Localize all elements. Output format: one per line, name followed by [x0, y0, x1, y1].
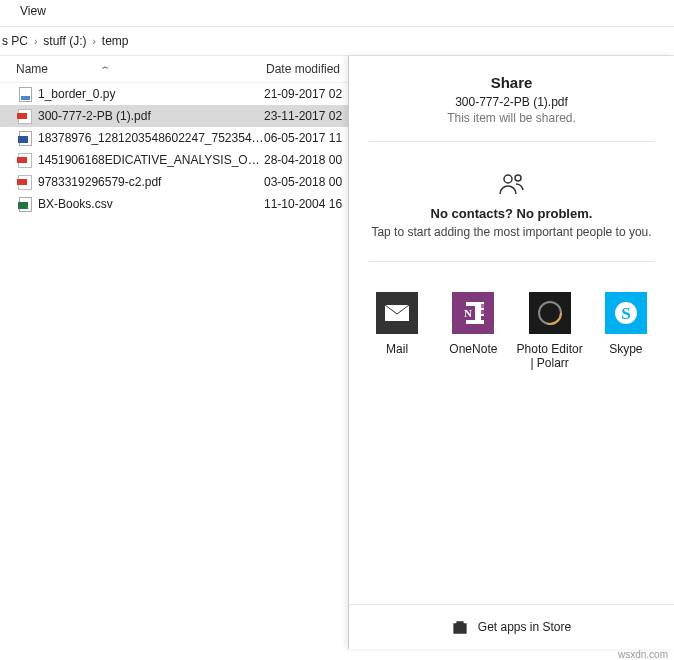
get-apps-store[interactable]: Get apps in Store: [349, 604, 674, 649]
breadcrumb[interactable]: s PC › stuff (J:) › temp: [0, 27, 674, 56]
svg-text:S: S: [621, 304, 630, 323]
file-date: 11-10-2004 16: [264, 197, 342, 211]
share-contacts[interactable]: No contacts? No problem. Tap to start ad…: [349, 142, 674, 261]
file-date: 06-05-2017 11: [264, 131, 342, 145]
breadcrumb-item[interactable]: stuff (J:): [43, 34, 86, 48]
svg-rect-7: [481, 310, 484, 314]
onenote-icon: N: [452, 292, 494, 334]
svg-rect-6: [481, 304, 484, 308]
file-date: 21-09-2017 02: [264, 87, 342, 101]
file-type-icon: [16, 108, 34, 124]
store-label: Get apps in Store: [478, 620, 571, 634]
share-app-skype[interactable]: SSkype: [590, 292, 662, 371]
file-name: 9783319296579-c2.pdf: [38, 175, 264, 189]
share-pane: Share 300-777-2-PB (1).pdf This item wil…: [348, 56, 674, 649]
file-date: 03-05-2018 00: [264, 175, 342, 189]
share-header: Share 300-777-2-PB (1).pdf This item wil…: [349, 56, 674, 141]
skype-icon: S: [605, 292, 647, 334]
chevron-right-icon: ›: [34, 36, 37, 47]
file-name: 1451906168EDICATIVE_ANALYSIS_OF_DIA...: [38, 153, 264, 167]
store-icon: [452, 619, 468, 635]
share-apps: MailNOneNotePhoto Editor | PolarrSSkype: [349, 262, 674, 381]
people-icon: [359, 172, 664, 196]
menu-view[interactable]: View: [20, 4, 46, 18]
menubar: View: [0, 0, 674, 27]
share-app-mail[interactable]: Mail: [361, 292, 433, 371]
file-type-icon: [16, 86, 34, 102]
breadcrumb-item[interactable]: temp: [102, 34, 129, 48]
svg-rect-8: [481, 316, 484, 320]
share-app-onenote[interactable]: NOneNote: [437, 292, 509, 371]
app-label: Photo Editor | Polarr: [514, 342, 586, 371]
file-type-icon: [16, 196, 34, 212]
file-name: BX-Books.csv: [38, 197, 264, 211]
share-filename: 300-777-2-PB (1).pdf: [359, 95, 664, 109]
watermark: wsxdn.com: [618, 649, 668, 660]
file-date: 23-11-2017 02: [264, 109, 342, 123]
column-name-label: Name: [16, 62, 48, 76]
file-type-icon: [16, 152, 34, 168]
svg-point-1: [515, 175, 521, 181]
share-title: Share: [359, 74, 664, 91]
file-type-icon: [16, 174, 34, 190]
app-label: OneNote: [437, 342, 509, 356]
file-type-icon: [16, 130, 34, 146]
share-subtitle: This item will be shared.: [359, 111, 664, 125]
contacts-sub: Tap to start adding the most important p…: [359, 225, 664, 239]
file-name: 18378976_1281203548602247_75235487_o...: [38, 131, 264, 145]
breadcrumb-item[interactable]: s PC: [2, 34, 28, 48]
share-app-polarr[interactable]: Photo Editor | Polarr: [514, 292, 586, 371]
file-date: 28-04-2018 00: [264, 153, 342, 167]
file-name: 1_border_0.py: [38, 87, 264, 101]
chevron-right-icon: ›: [92, 36, 95, 47]
column-name[interactable]: Name ⌃: [0, 62, 266, 76]
app-label: Mail: [361, 342, 433, 356]
app-label: Skype: [590, 342, 662, 356]
svg-point-0: [504, 175, 512, 183]
sort-asc-icon: ⌃: [99, 65, 112, 75]
polarr-icon: [529, 292, 571, 334]
svg-text:N: N: [464, 307, 472, 319]
mail-icon: [376, 292, 418, 334]
file-name: 300-777-2-PB (1).pdf: [38, 109, 264, 123]
contacts-heading: No contacts? No problem.: [359, 206, 664, 221]
